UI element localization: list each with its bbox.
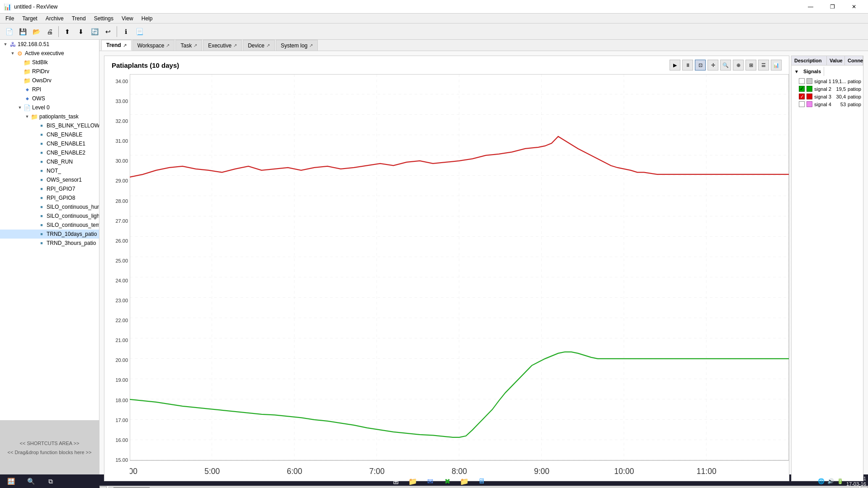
svg-text:8:00: 8:00 <box>452 467 467 476</box>
tree-toggle-1[interactable]: ▼ <box>9 51 16 56</box>
signals-group[interactable]: ▼ Signals <box>792 66 863 77</box>
chart-pause[interactable]: ⏸ <box>682 60 693 70</box>
chart-list[interactable]: ☰ <box>758 60 769 70</box>
tree-item-trnd_10days_patio[interactable]: ■TRND_10days_patio <box>0 230 99 239</box>
tree-icon-4: 📁 <box>24 77 31 84</box>
menu-help[interactable]: Help <box>138 14 156 23</box>
signal-2-checkbox[interactable]: ✓ <box>799 86 805 92</box>
content-area: Trend ↗ Workspace ↗ Task ↗ Executive ↗ D… <box>99 40 868 474</box>
app-icon: 📊 <box>4 3 11 10</box>
y-16: 16.00 <box>106 437 128 443</box>
chart-zoom-out[interactable]: ⊕ <box>733 60 744 70</box>
chart-play[interactable]: ▶ <box>670 60 680 70</box>
tb-open[interactable]: 📂 <box>30 25 42 38</box>
tb-new[interactable]: 📄 <box>3 25 15 38</box>
y-22: 22.00 <box>106 318 128 323</box>
tb-upload[interactable]: ⬆ <box>61 25 74 38</box>
tree-icon-16: ■ <box>38 185 45 192</box>
menu-archive[interactable]: Archive <box>42 14 67 23</box>
y-34: 34.00 <box>106 79 128 84</box>
taskbar-right: 🌐 🔊 🔋 11:11 17-03-16 <box>818 476 866 487</box>
tb-save[interactable]: 💾 <box>16 25 29 38</box>
chart-title-bar: Patiaplants (10 days) ▶ ⏸ ⊡ ✛ 🔍 ⊕ ⊞ ☰ 📊 <box>104 56 789 74</box>
menu-file[interactable]: File <box>2 14 18 23</box>
minimize-button[interactable]: — <box>800 0 821 14</box>
tab-syslog-label: System log <box>281 42 307 49</box>
tab-task[interactable]: Task ↗ <box>175 40 202 51</box>
tree-item-cnb_enable2[interactable]: ■CNB_ENABLE2 <box>0 148 99 157</box>
tree-item-patioplants_task[interactable]: ▼📁patioplants_task <box>0 112 99 121</box>
tb-info[interactable]: ℹ <box>119 25 132 38</box>
y-32: 32.00 <box>106 118 128 124</box>
tb-doc[interactable]: 📃 <box>133 25 146 38</box>
signal-4-checkbox[interactable] <box>799 101 805 107</box>
tree-item-silo_continuous_temp[interactable]: ■SILO_continuous_temp <box>0 221 99 230</box>
tree-item-active_executive[interactable]: ▼⚙Active executive <box>0 49 99 58</box>
y-15: 15.00 <box>106 457 128 463</box>
tree-item-cnb_enable[interactable]: ■CNB_ENABLE <box>0 130 99 139</box>
tree-item-ows[interactable]: ◆OWS <box>0 94 99 103</box>
tb-undo[interactable]: ↩ <box>102 25 114 38</box>
tree-item-rpi_gpio8[interactable]: ■RPI_GPIO8 <box>0 193 99 202</box>
signal-1-checkbox[interactable] <box>799 78 805 84</box>
chart-zoom-in[interactable]: 🔍 <box>720 60 731 70</box>
tab-syslog[interactable]: System log ↗ <box>276 40 318 51</box>
signal-3-color <box>807 94 812 99</box>
tree-item-ows_sensor1[interactable]: ■OWS_sensor1 <box>0 175 99 184</box>
search-button[interactable]: 🔍 <box>22 475 40 487</box>
tree-item-silo_continuous_humi[interactable]: ■SILO_continuous_humi <box>0 202 99 211</box>
y-25: 25.00 <box>106 258 128 263</box>
close-button[interactable]: ✕ <box>844 0 864 14</box>
tree-toggle-7[interactable]: ▼ <box>16 105 24 110</box>
tree-item-owsdrv[interactable]: 📁OwsDrv <box>0 76 99 85</box>
tree-item-cnb_enable1[interactable]: ■CNB_ENABLE1 <box>0 139 99 148</box>
main-layout: ▼🖧192.168.0.51▼⚙Active executive📁StdBlk📁… <box>0 40 868 474</box>
scroll-left-btn[interactable]: ◀ <box>99 486 107 488</box>
tab-device[interactable]: Device ↗ <box>243 40 275 51</box>
tree-icon-3: 📁 <box>24 68 31 75</box>
tray-volume[interactable]: 🔊 <box>827 478 834 484</box>
taskview-button[interactable]: ⧉ <box>42 475 60 487</box>
menu-trend[interactable]: Trend <box>68 14 90 23</box>
chart-container: Patiaplants (10 days) ▶ ⏸ ⊡ ✛ 🔍 ⊕ ⊞ ☰ 📊 <box>99 51 868 486</box>
tree-item-cnb_run[interactable]: ■CNB_RUN <box>0 157 99 166</box>
menu-settings[interactable]: Settings <box>90 14 117 23</box>
tree-toggle-0[interactable]: ▼ <box>2 42 9 47</box>
tree-label-3: RPiDrv <box>32 68 49 75</box>
tree-item-rpi_gpio7[interactable]: ■RPI_GPIO7 <box>0 184 99 193</box>
tab-trend[interactable]: Trend ↗ <box>101 40 132 51</box>
chart-zoom-fit[interactable]: ⊡ <box>695 60 706 70</box>
tree-item-rpi[interactable]: ◆RPI <box>0 85 99 94</box>
signal-2-value: 19,5 <box>832 86 846 92</box>
tb-refresh[interactable]: 🔄 <box>88 25 101 38</box>
signal-3-checkbox[interactable]: ✓ <box>799 94 805 99</box>
tree-item-trnd_3hours_patio[interactable]: ■TRND_3hours_patio <box>0 239 99 248</box>
tree-item-not_[interactable]: ■NOT_ <box>0 166 99 175</box>
chart-zoom-reset[interactable]: ⊞ <box>745 60 756 70</box>
tree-item-rpidrv[interactable]: 📁RPiDrv <box>0 67 99 76</box>
tab-workspace[interactable]: Workspace ↗ <box>132 40 175 51</box>
menu-view[interactable]: View <box>118 14 137 23</box>
tree-item-level_0[interactable]: ▼📄Level 0 <box>0 103 99 112</box>
tray-network[interactable]: 🌐 <box>818 478 825 484</box>
tab-executive[interactable]: Executive ↗ <box>203 40 242 51</box>
maximize-button[interactable]: ❐ <box>822 0 843 14</box>
title-bar-left: 📊 untitled - RexView <box>4 3 58 10</box>
tb-print[interactable]: 🖨 <box>43 25 56 38</box>
y-19: 19.00 <box>106 377 128 383</box>
tree-label-8: patioplants_task <box>39 113 79 120</box>
chart-cursor[interactable]: ✛ <box>708 60 718 70</box>
tree-item-192_168_0_51[interactable]: ▼🖧192.168.0.51 <box>0 40 99 49</box>
menu-target[interactable]: Target <box>19 14 41 23</box>
tree-item-stdblk[interactable]: 📁StdBlk <box>0 58 99 67</box>
clock-date: 17-03-16 <box>846 481 866 487</box>
tray-battery[interactable]: 🔋 <box>837 478 844 484</box>
tree-item-bis_blink_yellow[interactable]: ■BIS_BLINK_YELLOW <box>0 121 99 130</box>
tb-download[interactable]: ⬇ <box>75 25 87 38</box>
start-button[interactable]: 🪟 <box>2 475 20 487</box>
tree-item-silo_continuous_light[interactable]: ■SILO_continuous_light <box>0 211 99 221</box>
chart-export[interactable]: 📊 <box>771 60 782 70</box>
chart-toolbar: ▶ ⏸ ⊡ ✛ 🔍 ⊕ ⊞ ☰ 📊 <box>670 60 782 70</box>
tree-toggle-8[interactable]: ▼ <box>24 114 31 119</box>
tree-label-19: SILO_continuous_light <box>47 213 99 219</box>
